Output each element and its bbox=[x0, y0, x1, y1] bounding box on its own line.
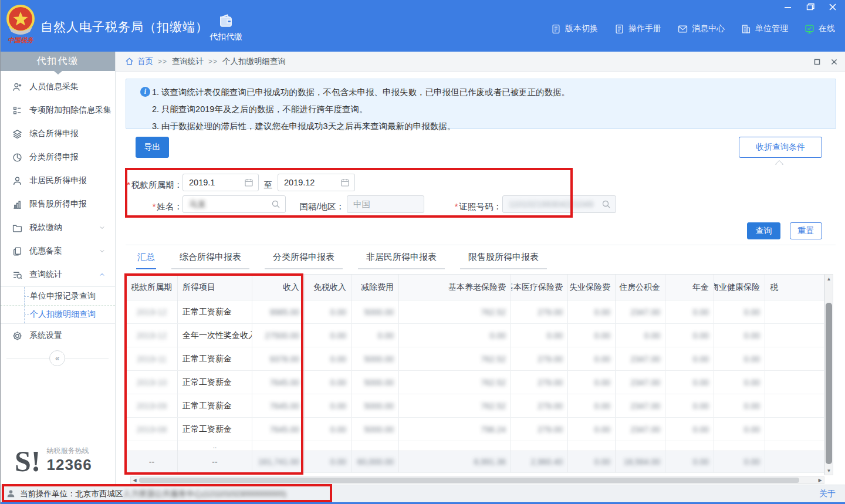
cell bbox=[399, 441, 511, 451]
cell: 762.52 bbox=[399, 347, 511, 370]
sidebar-item[interactable]: 非居民所得申报 bbox=[1, 169, 115, 192]
cell: 0.00 bbox=[305, 347, 351, 370]
name-input[interactable]: 马某 bbox=[182, 195, 286, 213]
horizontal-scroll-thumb[interactable] bbox=[139, 478, 799, 483]
cell: 2019-12 bbox=[126, 324, 178, 347]
table-row[interactable]: 2019-09正常工资薪金7645.000.005000.00762.52279… bbox=[126, 394, 824, 418]
top-menu-item[interactable]: 操作手册 bbox=[614, 23, 661, 34]
cell: 0.00 bbox=[568, 300, 616, 323]
sidebar-item[interactable]: 分类所得申报 bbox=[1, 146, 115, 169]
tab-active[interactable]: 汇总 bbox=[136, 249, 156, 269]
cell: 0.00 bbox=[568, 347, 616, 370]
sidebar-item[interactable]: 人员信息采集 bbox=[1, 75, 115, 99]
sidebar-item[interactable]: 查询统计 bbox=[1, 263, 115, 286]
collapse-query-conditions-button[interactable]: 收折查询条件 bbox=[739, 137, 822, 158]
cell: 279.00 bbox=[511, 371, 568, 394]
pie-chart-icon bbox=[12, 153, 22, 163]
cell bbox=[511, 441, 568, 451]
top-menu-item[interactable]: 版本切换 bbox=[551, 23, 598, 34]
top-menu: 版本切换操作手册消息中心单位管理在线 bbox=[551, 23, 835, 34]
period-from-input[interactable]: 2019.1 bbox=[182, 174, 259, 191]
sidebar-item[interactable]: 综合所得申报 bbox=[1, 122, 115, 146]
tab-report[interactable]: 综合所得申报表 bbox=[171, 249, 249, 269]
calendar-icon[interactable] bbox=[340, 178, 350, 187]
person-add-icon bbox=[12, 82, 22, 92]
calendar-icon[interactable] bbox=[244, 178, 254, 187]
sidebar-collapse-button[interactable]: « bbox=[49, 350, 65, 366]
cell bbox=[765, 418, 824, 441]
tax-bureau-emblem-icon: 中国税务 bbox=[5, 4, 36, 45]
minimize-button[interactable] bbox=[783, 2, 793, 12]
breadcrumb-item-current: 个人扣缴明细查询 bbox=[222, 56, 286, 67]
id-number-input[interactable]: 110102199304221049 bbox=[502, 195, 616, 213]
export-button[interactable]: 导出 bbox=[136, 137, 169, 158]
folder-icon bbox=[12, 223, 22, 233]
tab-report[interactable]: 分类所得申报表 bbox=[265, 249, 343, 269]
cell: 27500.00 bbox=[252, 324, 305, 347]
nationality-value: 中国 bbox=[353, 199, 419, 210]
breadcrumb-item: 查询统计 bbox=[172, 56, 204, 67]
home-icon bbox=[125, 57, 134, 66]
sidebar-subitem-active[interactable]: 个人扣缴明细查询 bbox=[1, 305, 115, 323]
cell: 60,000.00 bbox=[351, 451, 399, 472]
col-header: 减除费用 bbox=[351, 275, 399, 300]
sidebar-item[interactable]: 限售股所得申报 bbox=[1, 192, 115, 216]
col-header: 失业保险费 bbox=[568, 275, 616, 300]
search-button[interactable]: 查询 bbox=[747, 222, 780, 239]
scroll-right-arrow[interactable]: ▶ bbox=[816, 477, 824, 483]
main-content: i 1. 该查询统计表仅能查询已申报成功的数据，不包含未申报、申报失败，已申报但… bbox=[116, 72, 845, 485]
restore-button[interactable] bbox=[806, 2, 815, 12]
horizontal-scrollbar[interactable]: ◀ ▶ bbox=[130, 476, 824, 484]
about-link[interactable]: 关于 bbox=[819, 489, 836, 499]
breadcrumb-home-link[interactable]: 首页 bbox=[137, 56, 153, 67]
notice-lines: 1. 该查询统计表仅能查询已申报成功的数据，不包含未申报、申报失败，已申报但已作… bbox=[152, 84, 829, 135]
sidebar-header: 代扣代缴 bbox=[1, 52, 115, 71]
cell: 279.00 bbox=[511, 418, 568, 441]
period-to-input[interactable]: 2019.12 bbox=[278, 174, 355, 191]
top-menu-item[interactable]: 单位管理 bbox=[741, 23, 788, 34]
info-icon: i bbox=[140, 87, 150, 97]
sidebar-item[interactable]: 优惠备案 bbox=[1, 239, 115, 263]
scroll-up-arrow[interactable]: ▲ bbox=[825, 275, 833, 283]
table-row[interactable]: 2019-12正常工资薪金9985.000.005000.00762.52279… bbox=[126, 300, 824, 324]
search-icon[interactable] bbox=[271, 199, 280, 209]
cell bbox=[765, 394, 824, 417]
search-icon[interactable] bbox=[601, 199, 611, 209]
hotline-number: 12366 bbox=[46, 456, 92, 474]
tab-report[interactable]: 限售股所得申报表 bbox=[460, 249, 547, 269]
cell: 798.24 bbox=[399, 418, 511, 441]
top-menu-item-label: 消息中心 bbox=[692, 23, 725, 34]
reset-button[interactable]: 重置 bbox=[790, 222, 822, 239]
cell: 0.00 bbox=[714, 451, 765, 472]
col-header: 基本养老保险费 bbox=[399, 275, 511, 300]
scroll-left-arrow[interactable]: ◀ bbox=[131, 477, 138, 483]
panel-close-icon[interactable] bbox=[830, 58, 838, 66]
top-menu-item-label: 操作手册 bbox=[628, 23, 661, 34]
cell: 0.00 bbox=[305, 451, 351, 472]
top-menu-online-status[interactable]: 在线 bbox=[805, 23, 835, 34]
sidebar-item[interactable]: 系统设置 bbox=[1, 324, 115, 347]
col-header: 税 bbox=[765, 275, 824, 300]
cell: 0.00 bbox=[665, 300, 714, 323]
cell: 2347.00 bbox=[616, 418, 665, 441]
close-button[interactable] bbox=[828, 2, 837, 12]
scroll-down-arrow[interactable]: ▼ bbox=[825, 466, 833, 475]
tab-report[interactable]: 非居民所得申报表 bbox=[358, 249, 445, 269]
sidebar-item[interactable]: 专项附加扣除信息采集 bbox=[1, 99, 115, 122]
table-row[interactable]: 2019-12全年一次性奖金收入27500.000.000.000.000.00… bbox=[126, 324, 824, 347]
panel-restore-icon[interactable] bbox=[813, 58, 821, 66]
user-icon bbox=[6, 489, 15, 498]
sidebar-subitem[interactable]: 单位申报记录查询 bbox=[1, 287, 115, 305]
sidebar-item-label: 优惠备案 bbox=[29, 246, 99, 256]
cell: 正常工资薪金 bbox=[178, 394, 252, 417]
tab-withholding-module[interactable]: 代扣代缴 bbox=[205, 11, 247, 47]
top-menu-item[interactable]: 消息中心 bbox=[678, 23, 725, 34]
sidebar-item[interactable]: 税款缴纳 bbox=[1, 216, 115, 239]
vertical-scroll-thumb[interactable] bbox=[826, 303, 832, 464]
table-row[interactable]: 2019-11正常工资薪金9378.000.005000.00762.52279… bbox=[126, 347, 824, 371]
table-row[interactable]: 2019-10正常工资薪金7645.000.005000.00762.52279… bbox=[126, 371, 824, 394]
table-row[interactable]: 2019-08正常工资薪金7645.000.005000.00798.24279… bbox=[126, 418, 824, 441]
panel-window-controls bbox=[813, 52, 838, 72]
required-asterisk: * bbox=[455, 202, 458, 211]
vertical-scrollbar[interactable]: ▲ ▼ bbox=[824, 274, 833, 475]
